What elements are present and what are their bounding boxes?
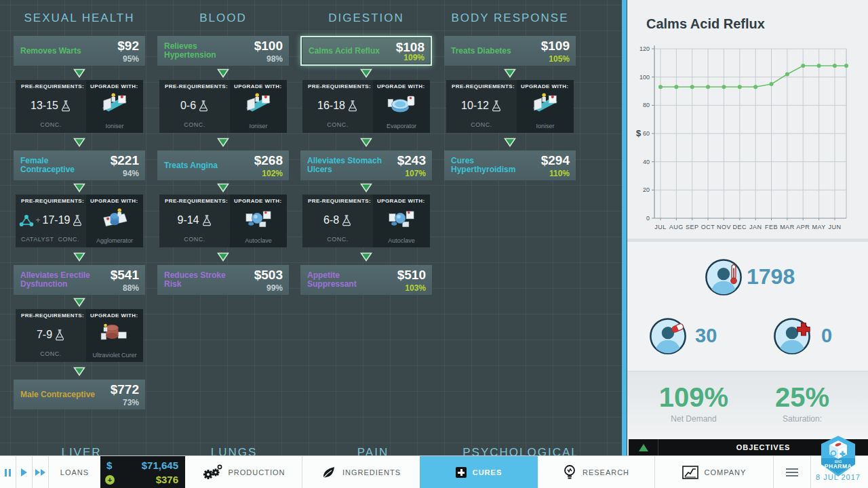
cure-card[interactable]: Removes Warts$9295% xyxy=(14,36,145,66)
category-header: BLOOD xyxy=(144,11,302,26)
cure-price: $221 xyxy=(111,153,139,168)
catalyst-icon xyxy=(19,214,34,227)
prereq-sub-labels: CATALYSTCONC. xyxy=(16,236,86,243)
connector-triangle-icon xyxy=(73,252,85,262)
flask-icon xyxy=(347,100,358,112)
tab-ingredients[interactable]: INGREDIENTS xyxy=(302,456,420,488)
cure-name: Relieves Hypertension xyxy=(164,42,244,60)
concentration-value: 9-14 xyxy=(177,214,199,226)
flask-icon xyxy=(198,100,209,112)
cure-name: Treats Diabetes xyxy=(451,47,531,56)
play-button[interactable] xyxy=(16,456,32,488)
svg-text:OCT: OCT xyxy=(701,224,715,230)
loans-button[interactable]: LOANS xyxy=(49,456,100,488)
prereq-sub-labels: CONC. xyxy=(302,121,373,128)
machine-name: Ioniser xyxy=(517,123,574,129)
tab-cures[interactable]: CURES xyxy=(420,456,538,488)
prereq-label: PRE-REQUIREMENTS: xyxy=(446,83,517,89)
cure-card[interactable]: Calms Acid Reflux$108109% xyxy=(300,36,432,66)
loans-label: LOANS xyxy=(60,468,89,476)
svg-text:JUN: JUN xyxy=(828,224,841,230)
fast-forward-button[interactable] xyxy=(33,456,48,488)
cure-card[interactable]: Female Contraceptive$22194% xyxy=(14,150,145,180)
treated-count: 30 xyxy=(695,325,717,347)
connector-triangle-icon xyxy=(360,138,372,147)
cure-card[interactable]: Treats Angina$268102% xyxy=(157,150,289,180)
conc-label: CONC. xyxy=(184,236,205,243)
prereq-sub-labels: CONC. xyxy=(302,236,373,243)
tab-production-label: PRODUCTION xyxy=(229,468,285,476)
category-header: DIGESTION xyxy=(287,11,446,26)
cure-info-panel: Calms Acid Reflux 020406080100120JULAUGS… xyxy=(627,0,868,455)
prereq-sub-labels: CONC. xyxy=(159,121,230,128)
cure-price: $268 xyxy=(254,153,283,168)
machine-name: Evaporator xyxy=(373,123,430,129)
cure-card[interactable]: Male Contraceptive$77273% xyxy=(14,380,145,409)
cure-name: Treats Angina xyxy=(164,161,244,170)
cure-name: Cures Hyperthyroidism xyxy=(451,157,531,174)
concentration-value: 17-19 xyxy=(43,214,71,226)
machine-icon-autoclave xyxy=(241,205,275,230)
connector-triangle-icon xyxy=(360,252,372,262)
svg-text:APR: APR xyxy=(796,224,810,230)
cure-price: $510 xyxy=(397,268,426,283)
saturation-label: Saturation: xyxy=(748,414,856,424)
cash-symbol: $ xyxy=(106,460,112,471)
concentration-range: 10-12 xyxy=(446,98,517,114)
menu-button[interactable] xyxy=(774,456,810,488)
cure-card[interactable]: Reduces Stroke Risk$50399% xyxy=(157,265,289,295)
cure-name: Alleviates Stomach Ulcers xyxy=(307,157,387,174)
tab-company-label: COMPANY xyxy=(705,468,747,476)
tab-production[interactable]: PRODUCTION xyxy=(185,456,302,488)
flask-icon xyxy=(60,100,71,112)
tab-research[interactable]: RESEARCH xyxy=(538,456,654,488)
prereq-left-section: PRE-REQUIREMENTS:9-14CONC. xyxy=(159,195,230,247)
machine-icon-ioniser xyxy=(241,91,275,115)
connector-triangle-icon xyxy=(73,68,85,78)
concentration-value: 10-12 xyxy=(461,100,489,112)
cure-card[interactable]: Alleviates Erectile Dysfunction$54188% xyxy=(14,265,145,295)
prereq-left-section: PRE-REQUIREMENTS:16-18CONC. xyxy=(302,80,373,133)
machine-name: Autoclave xyxy=(230,237,287,244)
cure-card[interactable]: Treats Diabetes$109105% xyxy=(444,36,576,66)
upgrade-section: UPGRADE WITH:Evaporator xyxy=(373,80,430,133)
category-header: SEXUAL HEALTH xyxy=(0,11,159,26)
upgrade-section: UPGRADE WITH:Autoclave xyxy=(230,195,287,247)
cure-demand-pct: 99% xyxy=(267,283,283,293)
game-screen: SEXUAL HEALTHRemoves Warts$9295%PRE-REQU… xyxy=(0,0,868,488)
cure-card[interactable]: Alleviates Stomach Ulcers$243107% xyxy=(300,150,432,180)
demand-summary: 109% Net Demand 25% Saturation: xyxy=(627,371,868,440)
pause-button[interactable] xyxy=(0,456,16,488)
objectives-expand-icon[interactable] xyxy=(639,444,648,451)
svg-text:60: 60 xyxy=(643,130,650,137)
concentration-range: +17-19 xyxy=(16,212,86,228)
connector-triangle-icon xyxy=(217,252,229,262)
cures-cross-icon xyxy=(456,467,467,478)
panel-scrollbar[interactable] xyxy=(622,0,627,455)
svg-text:MAY: MAY xyxy=(812,224,825,230)
cure-name: Removes Warts xyxy=(20,47,100,56)
machine-icon-autoclave xyxy=(384,205,418,230)
cure-price: $541 xyxy=(111,268,139,283)
cure-price: $772 xyxy=(111,382,139,397)
income-plus-icon: + xyxy=(105,475,115,485)
concentration-range: 9-14 xyxy=(159,212,230,228)
cure-card[interactable]: Appetite Suppressant$510103% xyxy=(300,265,432,295)
machine-icon-evaporator xyxy=(384,91,418,115)
cure-demand-pct: 110% xyxy=(549,169,570,178)
prereq-label: PRE-REQUIREMENTS: xyxy=(16,83,86,89)
prereq-label: PRE-REQUIREMENTS: xyxy=(159,198,230,204)
prereq-left-section: PRE-REQUIREMENTS:13-15CONC. xyxy=(16,80,86,133)
machine-name: Autoclave xyxy=(373,237,430,244)
cure-card[interactable]: Relieves Hypertension$10098% xyxy=(157,36,289,66)
machine-name: Agglomerator xyxy=(86,237,143,244)
cure-price: $294 xyxy=(541,153,570,168)
prereq-label: PRE-REQUIREMENTS: xyxy=(159,83,230,89)
tab-company[interactable]: COMPANY xyxy=(655,456,773,488)
cure-price: $503 xyxy=(254,268,283,283)
prereq-left-section: PRE-REQUIREMENTS:0-6CONC. xyxy=(159,80,230,133)
connector-triangle-icon xyxy=(504,68,516,78)
cure-name: Male Contraceptive xyxy=(20,390,100,399)
cure-card[interactable]: Cures Hyperthyroidism$294110% xyxy=(444,150,576,180)
prereq-box: PRE-REQUIREMENTS:7-9CONC.UPGRADE WITH:Ul… xyxy=(16,309,143,362)
